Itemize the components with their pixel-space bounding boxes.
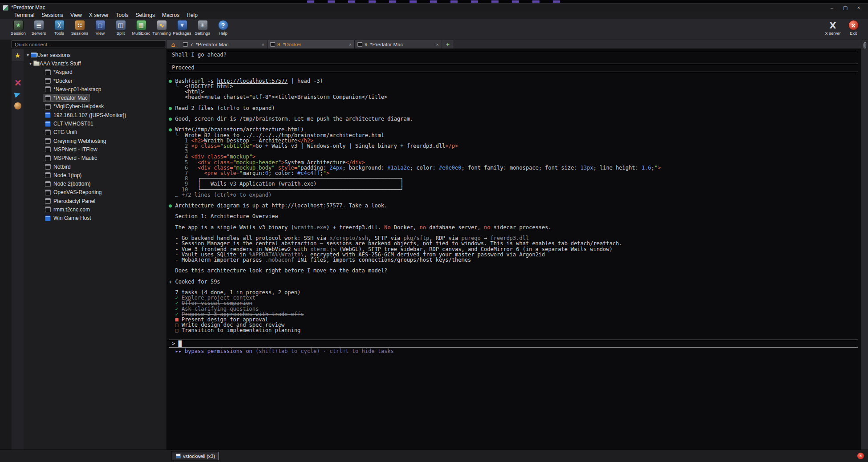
menu-item-sessions[interactable]: Sessions bbox=[38, 12, 67, 19]
menu-item-tools[interactable]: Tools bbox=[113, 12, 132, 19]
terminal-text: The app is a single Wails v3 binary ( bbox=[169, 224, 294, 231]
terminal-session-icon bbox=[45, 130, 51, 135]
maximize-button[interactable]: ▢ bbox=[839, 4, 852, 12]
session-item-node-2-bottom[interactable]: Node 2(bottom) bbox=[24, 179, 166, 188]
terminal[interactable]: Shall I go ahead? Proceed ● Bash(curl -s… bbox=[166, 49, 861, 450]
session-item-new-cp01-heistacp[interactable]: *New-cp01-heistacp bbox=[24, 85, 166, 93]
menu-item-terminal[interactable]: Terminal bbox=[11, 12, 38, 19]
toolbar-tunneling-button[interactable]: Tunneling bbox=[151, 20, 172, 36]
tree-folder-aaa-vantz-s-stuff[interactable]: AAA Vantz's Stuff bbox=[24, 59, 166, 68]
terminal-tab-7-predator-mac[interactable]: 7. *Predator Mac× bbox=[180, 40, 268, 49]
taskbar-close-button[interactable] bbox=[857, 453, 864, 459]
toolbar-label: Packages bbox=[173, 31, 191, 36]
session-item-node-1-top[interactable]: Node 1(top) bbox=[24, 171, 166, 179]
menu-item-help[interactable]: Help bbox=[183, 12, 201, 19]
home-tab[interactable] bbox=[166, 40, 180, 49]
terminal-text: > bbox=[657, 165, 661, 171]
toolbar-view-button[interactable]: View bbox=[90, 20, 110, 36]
new-tab-button[interactable]: + bbox=[442, 40, 454, 49]
quick-connect-input[interactable] bbox=[12, 41, 166, 48]
sidebar-rail bbox=[12, 49, 24, 450]
attachments-panel[interactable] bbox=[861, 40, 868, 450]
session-item-label: *New-cp01-heistacp bbox=[53, 86, 101, 93]
session-item-192-168-1-107-ups-monitor[interactable]: 192.168.1.107 ([UPS-Monitor]) bbox=[24, 111, 166, 119]
session-item-inner: MSPNerd - ITFlow bbox=[43, 146, 99, 153]
packages-icon bbox=[177, 20, 187, 30]
terminal-session-icon bbox=[45, 198, 51, 204]
toolbar-session-button[interactable]: Session bbox=[8, 20, 28, 36]
toolbar-tools-button[interactable]: Tools bbox=[49, 20, 69, 36]
session-item-win-game-host[interactable]: Win Game Host bbox=[24, 214, 166, 223]
terminal-line: └ <!DOCTYPE html> bbox=[169, 84, 859, 89]
terminal-text: ) + freerdp3.dll. bbox=[326, 224, 384, 231]
close-icon[interactable]: × bbox=[349, 42, 352, 47]
minimize-button[interactable]: – bbox=[825, 4, 839, 12]
terminal-session-icon bbox=[45, 190, 51, 195]
session-item-docker[interactable]: *Docker bbox=[24, 77, 166, 85]
mobaxterm-window: *Predator Mac –▢× TerminalSessionsViewX … bbox=[0, 3, 868, 462]
terminal-text: █ bbox=[178, 340, 182, 347]
title-bar[interactable]: *Predator Mac –▢× bbox=[0, 4, 868, 12]
close-button[interactable]: × bbox=[852, 4, 865, 12]
session-item-inner: Win Game Host bbox=[43, 215, 93, 222]
close-icon[interactable]: × bbox=[262, 42, 264, 47]
terminal-link[interactable]: http://localhost:57577. bbox=[272, 203, 345, 209]
terminal-session-icon bbox=[45, 181, 51, 187]
bottom-session-tab[interactable]: vstockwell (x3) bbox=[172, 452, 219, 460]
session-item-rmm-t2cnc-com[interactable]: rmm.t2cnc.com bbox=[24, 205, 166, 214]
session-item-vigilcyber-helpdesk[interactable]: *VigilCyber-Helpdesk bbox=[24, 102, 166, 111]
menu-item-macros[interactable]: Macros bbox=[158, 12, 183, 19]
toolbar-servers-button[interactable]: Servers bbox=[28, 20, 49, 36]
session-item-predator-mac[interactable]: *Predator Mac bbox=[24, 93, 166, 102]
toolbar-packages-button[interactable]: Packages bbox=[172, 20, 192, 36]
toolbar-exit-button[interactable]: Exit bbox=[843, 20, 864, 36]
session-item-mspnerd-itflow[interactable]: MSPNerd - ITFlow bbox=[24, 145, 166, 154]
session-item-asgard[interactable]: *Asgard bbox=[24, 68, 166, 77]
terminal-tab-9-predator-mac[interactable]: 9. *Predator Mac× bbox=[355, 40, 442, 49]
tree-root-user-sessions[interactable]: User sessions bbox=[24, 51, 166, 59]
session-item-ctg-unifi[interactable]: CTG Unifi bbox=[24, 128, 166, 137]
toolbar-sessions-button[interactable]: Sessions bbox=[69, 20, 90, 36]
terminal-text: > bbox=[169, 340, 178, 347]
terminal-line: The app is a single Wails v3 binary (wra… bbox=[169, 225, 859, 230]
rail-send-button[interactable] bbox=[12, 89, 24, 100]
menu-item-x-server[interactable]: X server bbox=[85, 12, 113, 19]
terminal-tab-label: 8. *Docker bbox=[277, 42, 301, 47]
toolbar-split-button[interactable]: Split bbox=[110, 20, 131, 36]
tools-icon bbox=[54, 20, 65, 30]
terminal-rule bbox=[169, 339, 859, 341]
session-item-netbird[interactable]: Netbird bbox=[24, 162, 166, 171]
terminal-text: - MobaXTerm importer parses bbox=[169, 257, 265, 263]
rail-star-button[interactable] bbox=[12, 49, 24, 61]
session-item-openvas-reporting[interactable]: OpenVAS-Reporting bbox=[24, 188, 166, 197]
session-item-inner: CTG Unifi bbox=[43, 129, 79, 136]
rail-tools-button[interactable] bbox=[12, 77, 24, 89]
toolbar-x-server-button[interactable]: X server bbox=[823, 20, 843, 36]
session-item-inner: 192.168.1.107 ([UPS-Monitor]) bbox=[43, 112, 128, 119]
close-icon[interactable]: × bbox=[436, 42, 439, 47]
menu-item-settings[interactable]: Settings bbox=[132, 12, 158, 19]
terminal-line bbox=[169, 333, 859, 339]
session-item-inner: Node 1(top) bbox=[43, 172, 83, 179]
toolbar-settings-button[interactable]: Settings bbox=[192, 20, 213, 36]
session-item-clt-vmhost01[interactable]: CLT-VMHOST01 bbox=[24, 119, 166, 128]
terminal-line bbox=[169, 57, 859, 63]
rail-globe-button[interactable] bbox=[12, 100, 24, 112]
chevron-down-icon bbox=[28, 61, 33, 66]
terminal-text: > bbox=[252, 143, 256, 149]
terminal-session-icon bbox=[45, 207, 51, 212]
terminal-tab-8-docker[interactable]: 8. *Docker× bbox=[268, 40, 355, 49]
toolbar-left: SessionServersToolsSessionsViewSplitMult… bbox=[8, 20, 233, 36]
terminal-text: Proceed bbox=[169, 65, 195, 71]
session-item-label: MSPNerd - ITFlow bbox=[53, 146, 97, 153]
terminal-line: Proceed bbox=[169, 65, 859, 70]
terminal-text: · ctrl+t to hide tasks bbox=[320, 348, 394, 354]
toolbar-help-button[interactable]: Help bbox=[213, 20, 233, 36]
session-item-mspnerd-mautic[interactable]: MSPNerd - Mautic bbox=[24, 154, 166, 162]
menu-item-view[interactable]: View bbox=[67, 12, 85, 19]
toolbar-multiexec-button[interactable]: MultiExec bbox=[131, 20, 151, 36]
home-icon bbox=[171, 41, 175, 49]
session-item-pterodactyl-panel[interactable]: Pterodactyl Panel bbox=[24, 197, 166, 205]
window-title: *Predator Mac bbox=[11, 4, 45, 11]
session-item-greyming-webhosting[interactable]: Greyming Webhosting bbox=[24, 137, 166, 145]
